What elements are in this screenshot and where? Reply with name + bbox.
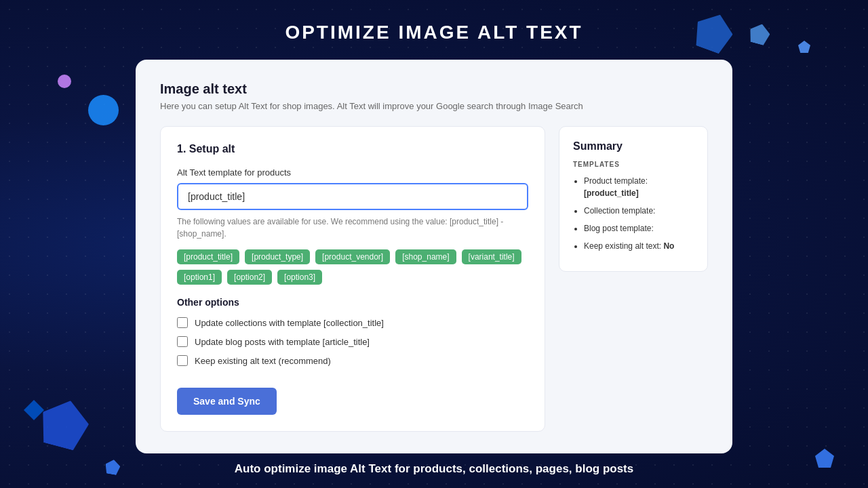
decoration-shape-3: [58, 75, 71, 88]
summary-item-3: Blog post template:: [584, 222, 694, 235]
right-panel: Summary TEMPLATES Product template: [pro…: [559, 126, 708, 272]
decoration-shape-4: [88, 95, 119, 125]
page-title: OPTIMIZE IMAGE ALT TEXT: [285, 22, 583, 43]
checkbox-row-2: Update blog posts with template [article…: [177, 336, 528, 347]
summary-title: Summary: [573, 140, 694, 152]
other-options-title: Other options: [177, 297, 528, 308]
tags-container: [product_title] [product_type] [product_…: [177, 249, 528, 264]
main-card: Image alt text Here you can setup Alt Te…: [136, 60, 732, 453]
checkbox-row-3: Keep existing alt text (recommend): [177, 355, 528, 366]
summary-item-4: Keep existing alt text: No: [584, 240, 694, 252]
summary-section-label: TEMPLATES: [573, 161, 694, 168]
tag-option1[interactable]: [option1]: [177, 270, 222, 285]
tag-product-vendor[interactable]: [product_vendor]: [315, 249, 390, 264]
tag-product-title[interactable]: [product_title]: [177, 249, 239, 264]
checkbox-collections-label: Update collections with template [collec…: [195, 318, 384, 328]
checkbox-keep-alt[interactable]: [177, 355, 188, 366]
tag-product-type[interactable]: [product_type]: [245, 249, 310, 264]
checkbox-row-1: Update collections with template [collec…: [177, 317, 528, 328]
content-row: 1. Setup alt Alt Text template for produ…: [160, 126, 708, 432]
left-panel: 1. Setup alt Alt Text template for produ…: [160, 126, 545, 432]
tags-container-2: [option1] [option2] [option3]: [177, 270, 528, 285]
card-title: Image alt text: [160, 81, 708, 97]
hint-text: The following values are available for u…: [177, 216, 528, 240]
section-title: 1. Setup alt: [177, 143, 528, 155]
tag-option2[interactable]: [option2]: [227, 270, 272, 285]
checkbox-keep-alt-label: Keep existing alt text (recommend): [195, 356, 331, 366]
tag-shop-name[interactable]: [shop_name]: [395, 249, 456, 264]
checkbox-collections[interactable]: [177, 317, 188, 328]
save-sync-button[interactable]: Save and Sync: [177, 388, 277, 415]
footer-text: Auto optimize image Alt Text for product…: [235, 462, 633, 476]
summary-item-1: Product template: [product_title]: [584, 175, 694, 199]
summary-list: Product template: [product_title] Collec…: [573, 175, 694, 252]
card-subtitle: Here you can setup Alt Text for shop ima…: [160, 101, 708, 111]
checkbox-blog-posts-label: Update blog posts with template [article…: [195, 337, 370, 347]
summary-item-2: Collection template:: [584, 205, 694, 217]
checkbox-blog-posts[interactable]: [177, 336, 188, 347]
tag-option3[interactable]: [option3]: [277, 270, 322, 285]
tag-variant-title[interactable]: [variant_title]: [462, 249, 521, 264]
field-label: Alt Text template for products: [177, 167, 528, 178]
alt-text-template-input[interactable]: [177, 183, 528, 210]
